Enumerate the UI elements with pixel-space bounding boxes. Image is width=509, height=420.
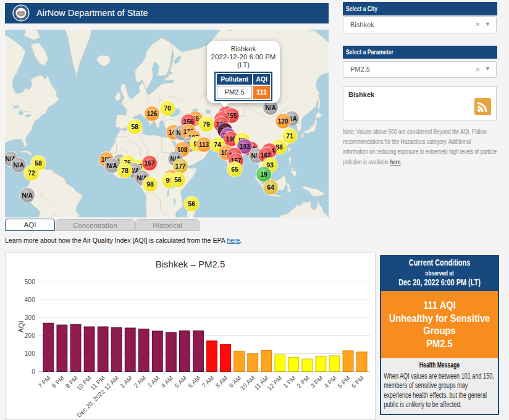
svg-text:58: 58: [131, 123, 138, 130]
svg-text:70: 70: [164, 104, 171, 112]
svg-text:AQI: AQI: [17, 321, 25, 333]
svg-text:193: 193: [240, 143, 250, 150]
svg-text:N/A: N/A: [22, 192, 32, 199]
svg-text:98: 98: [146, 180, 154, 188]
svg-text:6 AM: 6 AM: [187, 374, 201, 389]
svg-text:400: 400: [24, 296, 35, 303]
svg-text:8 PM: 8 PM: [51, 374, 65, 389]
svg-text:3 AM: 3 AM: [146, 374, 161, 389]
svg-text:126: 126: [147, 111, 158, 117]
svg-text:500: 500: [24, 278, 35, 285]
svg-text:12 PM: 12 PM: [266, 374, 283, 392]
svg-text:2 AM: 2 AM: [132, 374, 147, 389]
svg-text:72: 72: [28, 169, 35, 177]
svg-text:7 AM: 7 AM: [201, 374, 216, 389]
svg-text:3 PM: 3 PM: [309, 374, 324, 389]
svg-text:58: 58: [35, 159, 42, 167]
svg-text:79: 79: [203, 120, 210, 128]
svg-text:10 PM: 10 PM: [75, 374, 93, 392]
svg-text:78: 78: [121, 167, 128, 174]
svg-text:177: 177: [175, 163, 186, 170]
svg-text:64: 64: [267, 183, 274, 191]
svg-text:113: 113: [199, 141, 209, 148]
svg-text:71: 71: [286, 132, 293, 140]
svg-text:2 PM: 2 PM: [295, 374, 310, 389]
svg-text:300: 300: [24, 314, 35, 321]
svg-text:1 AM: 1 AM: [119, 374, 133, 389]
svg-text:10 AM: 10 AM: [239, 374, 256, 392]
svg-text:N/A: N/A: [265, 104, 276, 111]
svg-text:4 PM: 4 PM: [323, 374, 338, 389]
svg-text:5 AM: 5 AM: [173, 374, 188, 389]
svg-text:6 PM: 6 PM: [350, 374, 365, 389]
svg-text:N/A: N/A: [106, 162, 117, 169]
svg-text:74: 74: [214, 141, 221, 148]
svg-text:120: 120: [278, 118, 288, 125]
svg-text:5 PM: 5 PM: [337, 374, 351, 389]
svg-text:200: 200: [24, 332, 35, 339]
svg-text:56: 56: [174, 176, 182, 183]
svg-text:0: 0: [32, 368, 35, 375]
svg-text:100: 100: [24, 350, 35, 357]
svg-text:19: 19: [260, 170, 267, 178]
svg-text:1 PM: 1 PM: [282, 374, 297, 389]
svg-text:7 PM: 7 PM: [37, 374, 52, 389]
svg-text:65: 65: [231, 166, 238, 173]
svg-text:157: 157: [145, 160, 155, 167]
svg-text:56: 56: [188, 200, 195, 208]
svg-text:4 AM: 4 AM: [159, 374, 174, 389]
svg-text:8 AM: 8 AM: [214, 374, 229, 389]
svg-text:N/A: N/A: [13, 162, 23, 169]
